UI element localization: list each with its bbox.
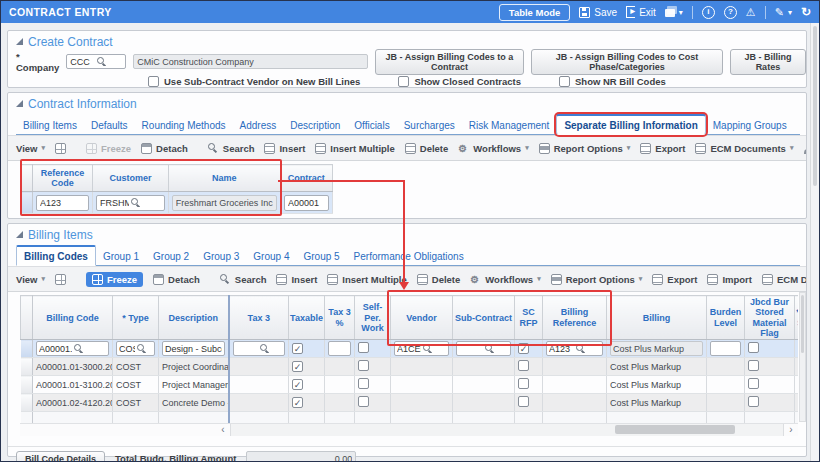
toolbar-report-options-button[interactable]: Report Options — [551, 274, 643, 285]
toolbar-grid-panel-button[interactable] — [55, 143, 66, 154]
tab-address[interactable]: Address — [233, 116, 284, 134]
checkbox[interactable] — [398, 76, 409, 87]
toolbar-ecm-documents-button[interactable]: ECM Documents — [762, 274, 806, 285]
table-mode-button[interactable]: Table Mode — [499, 4, 571, 21]
toolbar-view-button[interactable]: View — [16, 143, 45, 154]
toolbar-detach-button[interactable]: Detach — [141, 143, 188, 154]
lookup-icon[interactable] — [576, 344, 601, 353]
checkbox[interactable] — [559, 76, 570, 87]
toolbar-delete-button[interactable]: Delete — [405, 143, 449, 154]
jb-billing-rates-button[interactable]: JB - Billing Rates — [730, 49, 806, 75]
jbcd_bur_stored_material_flag-checkbox[interactable] — [748, 360, 759, 371]
billing_code-input[interactable]: A00001.01-0040.2 — [36, 341, 109, 356]
self_per_work-checkbox[interactable] — [358, 378, 369, 389]
toolbar-ecm-documents-button[interactable]: ECM Documents — [695, 143, 793, 154]
lookup-icon[interactable] — [423, 344, 447, 353]
self_per_work-checkbox[interactable] — [358, 396, 369, 407]
sub_contract-input[interactable] — [456, 341, 511, 356]
self_per_work-checkbox[interactable] — [358, 342, 369, 353]
self_per_work-checkbox[interactable] — [358, 360, 369, 371]
toolbar-grid-panel-button[interactable] — [55, 274, 66, 285]
toolbar-workflows-button[interactable]: Workflows — [470, 274, 540, 285]
lookup-icon[interactable] — [74, 344, 107, 353]
tax3_pct-input[interactable] — [328, 341, 351, 356]
toolbar-insert-multiple-button[interactable]: Insert Multiple — [327, 274, 406, 285]
jbcd_bur_stored_material_flag-checkbox[interactable] — [748, 378, 759, 389]
toolbar-freeze-button[interactable]: Freeze — [86, 143, 131, 154]
bill-code-details-button[interactable]: Bill Code Details — [16, 451, 105, 462]
row-selector[interactable] — [21, 340, 33, 358]
jbcd_bur_stored_material_flag-checkbox[interactable] — [748, 342, 759, 353]
row-selector[interactable] — [21, 192, 33, 214]
toolbar-insert-button[interactable]: Insert — [276, 274, 317, 285]
billing_reference-input[interactable]: A123 — [546, 341, 603, 356]
exit-button[interactable]: Exit — [626, 6, 656, 18]
help-icon[interactable] — [724, 6, 737, 19]
customer-input[interactable]: FRSHMART — [96, 195, 165, 211]
toolbar-search-button[interactable]: Search — [220, 274, 267, 285]
row-selector[interactable] — [21, 394, 33, 412]
toolbar-freeze-button[interactable]: Freeze — [86, 272, 143, 287]
warning-icon[interactable] — [746, 7, 756, 18]
toolbar-export-button[interactable]: Export — [652, 274, 697, 285]
refresh-icon[interactable] — [801, 6, 811, 18]
tab-performance-obligations[interactable]: Performance Obligations — [347, 247, 471, 265]
taxable-checkbox[interactable] — [292, 343, 303, 354]
toolbar-insert-multiple-button[interactable]: Insert Multiple — [315, 143, 394, 154]
tab-group-3[interactable]: Group 3 — [196, 247, 246, 265]
toolbar-user-extensions-button[interactable]: User Extensions — [803, 143, 806, 154]
scrollbar-thumb[interactable] — [813, 26, 817, 186]
tab-group-1[interactable]: Group 1 — [96, 247, 146, 265]
row-selector[interactable] — [21, 376, 33, 394]
window-scrollbar[interactable] — [810, 23, 819, 461]
sc_rfp-checkbox[interactable] — [518, 343, 529, 354]
scrollbar-thumb[interactable] — [615, 425, 735, 434]
toolbar-workflows-button[interactable]: Workflows — [458, 143, 528, 154]
company-code-input[interactable]: CCC — [66, 54, 126, 69]
billing-items-header[interactable]: Billing Items — [8, 224, 806, 243]
checkbox[interactable] — [148, 76, 159, 87]
toolbar-export-button[interactable]: Export — [640, 143, 685, 154]
edit-menu-button[interactable] — [775, 7, 792, 18]
lookup-icon[interactable] — [97, 57, 122, 66]
type-input[interactable]: COST — [116, 341, 155, 356]
lookup-icon[interactable] — [131, 198, 160, 207]
toolbar-search-button[interactable]: Search — [208, 143, 255, 154]
tab-group-2[interactable]: Group 2 — [146, 247, 196, 265]
create-contract-header[interactable]: Create Contract — [8, 31, 806, 50]
tab-officials[interactable]: Officials — [347, 116, 396, 134]
info-icon[interactable] — [702, 6, 715, 19]
description-input[interactable]: Design - Subcontract — [162, 341, 225, 356]
toolbar-detach-button[interactable]: Detach — [153, 274, 200, 285]
tab-surcharges[interactable]: Surcharges — [397, 116, 462, 134]
tab-risk-management[interactable]: Risk Management — [462, 116, 557, 134]
reference-code-input[interactable]: A123 — [36, 195, 89, 211]
scroll-left-arrow[interactable]: ‹ — [216, 424, 230, 436]
tab-billing-items[interactable]: Billing Items — [16, 116, 84, 134]
tab-billing-codes[interactable]: Billing Codes — [16, 245, 96, 266]
toolbar-view-button[interactable]: View — [16, 274, 45, 285]
scroll-right-arrow[interactable]: › — [784, 424, 798, 436]
tab-rounding-methods[interactable]: Rounding Methods — [135, 116, 233, 134]
vertical-scrollbar[interactable] — [799, 292, 806, 422]
save-button[interactable]: Save — [579, 7, 617, 18]
sc_rfp-checkbox[interactable] — [518, 378, 529, 389]
toolbar-delete-button[interactable]: Delete — [417, 274, 461, 285]
taxable-checkbox[interactable] — [292, 361, 303, 372]
tab-separate-billing-information[interactable]: Separate Billing Information — [556, 114, 705, 135]
tab-mapping-groups[interactable]: Mapping Groups — [706, 116, 794, 134]
burden_level-input[interactable] — [710, 341, 741, 356]
toolbar-import-button[interactable]: Import — [707, 274, 752, 285]
sc_rfp-checkbox[interactable] — [518, 360, 529, 371]
scrollbar-thumb[interactable] — [801, 295, 804, 353]
toolbar-insert-button[interactable]: Insert — [264, 143, 305, 154]
jb-assign-billing-codes-contract-button[interactable]: JB - Assign Billing Codes to a Contract — [375, 49, 524, 75]
toolbar-report-options-button[interactable]: Report Options — [539, 143, 631, 154]
vendor-input[interactable]: A1CEMENT — [394, 341, 449, 356]
notes-menu-button[interactable] — [665, 7, 683, 17]
jbcd_bur_stored_material_flag-checkbox[interactable] — [748, 396, 759, 407]
lookup-icon[interactable] — [137, 344, 153, 353]
taxable-checkbox[interactable] — [292, 379, 303, 390]
contract-information-header[interactable]: Contract Information — [8, 93, 806, 112]
jb-assign-billing-codes-cost-phase-button[interactable]: JB - Assign Billing Codes to Cost Phase/… — [531, 49, 723, 75]
